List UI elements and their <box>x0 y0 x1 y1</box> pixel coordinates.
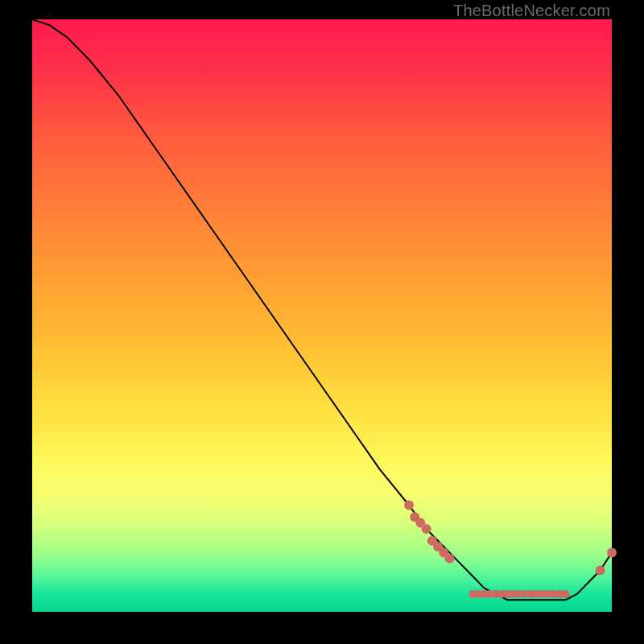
marker-cluster-rising <box>596 566 605 576</box>
series-curve <box>32 19 612 600</box>
marker-cluster-rising <box>607 547 617 557</box>
marker-cluster-descending <box>422 524 431 534</box>
chart-overlay-svg <box>32 19 612 612</box>
marker-cluster-bottom <box>561 590 569 598</box>
chart-frame: TheBottleNecker.com <box>0 0 644 644</box>
marker-cluster-descending <box>404 501 414 510</box>
watermark-text: TheBottleNecker.com <box>453 2 610 20</box>
marker-cluster-descending <box>444 554 454 564</box>
